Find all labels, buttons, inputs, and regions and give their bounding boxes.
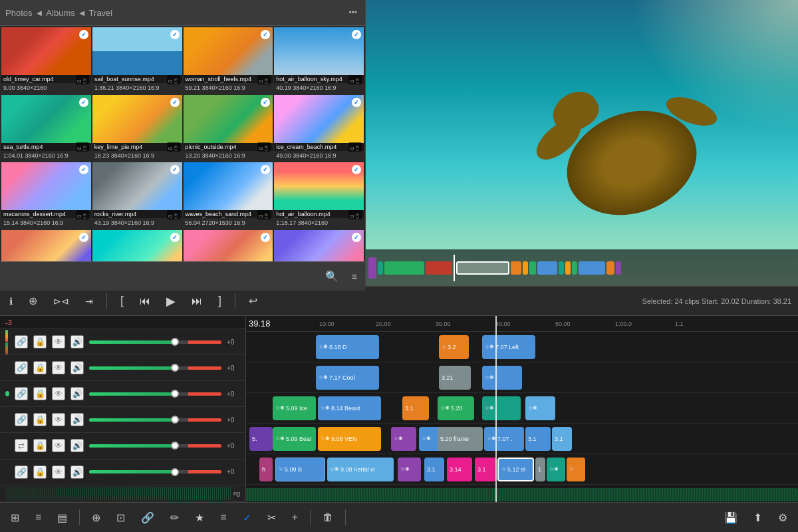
arrange-button[interactable]: ≡	[216, 509, 230, 526]
tl-clip[interactable]: ☆❋	[482, 396, 521, 420]
undo-button[interactable]: ↩	[246, 292, 260, 310]
photo-item[interactable]: ▭📱 sand_dunes.mp4	[1, 230, 91, 261]
ts-clip[interactable]	[384, 261, 424, 275]
tl-clip[interactable]: 3.1	[424, 458, 444, 481]
photo-item[interactable]: ▭📱 woman_stroll_heels.mp4 59.21 3840×216…	[184, 27, 273, 94]
lock-icon[interactable]: 🔒	[33, 413, 47, 426]
tl-clip[interactable]: ☆❋	[525, 396, 555, 420]
nudge-button[interactable]: ⇥	[82, 293, 96, 309]
add-button[interactable]: +	[288, 509, 302, 526]
visibility-icon[interactable]: 👁	[52, 439, 65, 452]
audio-icon[interactable]: 🔊	[70, 466, 84, 479]
ts-clip[interactable]	[511, 261, 521, 275]
ts-clip[interactable]	[523, 261, 528, 275]
tl-clip[interactable]: ☆5.09 B	[275, 458, 325, 481]
lock-icon[interactable]: 🔒	[33, 361, 47, 374]
volume-bar[interactable]	[89, 418, 221, 422]
add-to-timeline-button[interactable]: ⊞	[7, 509, 23, 527]
tl-clip[interactable]: 3.1	[525, 427, 551, 451]
in-point-button[interactable]: [	[118, 291, 126, 311]
visibility-icon[interactable]: 👁	[52, 335, 65, 348]
audio-icon[interactable]: 🔊	[70, 361, 84, 374]
tl-clip[interactable]: ☆❋	[482, 366, 522, 390]
photo-item[interactable]: ▭📱 waves_beach_sand.mp4 56.04 2720×1530 …	[184, 162, 273, 229]
tl-clip-h[interactable]: h	[259, 458, 273, 481]
delete-button[interactable]: 🗑	[319, 509, 337, 526]
volume-bar[interactable]	[89, 392, 221, 396]
breadcrumb-albums[interactable]: Albums	[46, 8, 74, 18]
add-clip-button[interactable]: ⊕	[88, 509, 104, 527]
arrows-icon[interactable]: ⇄	[15, 439, 28, 452]
tl-clip[interactable]: ☆❋8.14 Beaut	[318, 396, 381, 420]
ts-clip[interactable]	[559, 261, 564, 275]
visibility-icon[interactable]: 👁	[52, 387, 65, 400]
check-button[interactable]: ✓	[239, 509, 255, 527]
visibility-icon[interactable]: 👁	[52, 361, 65, 374]
tl-clip[interactable]: ☆	[567, 458, 585, 481]
tl-clip[interactable]: ☆❋7.07 Left	[482, 335, 535, 359]
volume-knob[interactable]	[171, 338, 179, 346]
link-icon[interactable]: 🔗	[15, 387, 28, 400]
favorites-button[interactable]: ★	[191, 509, 208, 527]
breadcrumb-photos[interactable]: Photos	[5, 8, 32, 18]
ts-clip[interactable]	[426, 261, 452, 275]
tl-clip-bear[interactable]: ☆❋5.09 Bear	[273, 427, 316, 451]
lock-icon[interactable]: 🔒	[33, 387, 47, 400]
tl-clip[interactable]: ☆❋	[547, 458, 565, 481]
photo-item[interactable]: ▭📱 picnic_outside.mp4 13.20 3840×2160 16…	[184, 95, 273, 162]
add-marker-button[interactable]: ⊕	[26, 292, 40, 310]
photo-item[interactable]: ▭📱 hot_air_balloon_sky.mp4 40.19 3840×21…	[274, 27, 364, 94]
audio-icon[interactable]: 🔊	[70, 439, 84, 452]
tl-clip[interactable]: 3.1	[402, 396, 429, 420]
ts-clip[interactable]	[616, 261, 621, 275]
skip-forward-button[interactable]: ⏭	[189, 293, 205, 310]
ts-selection[interactable]	[456, 261, 509, 275]
tl-clip[interactable]: ☆❋6.18 D	[316, 335, 379, 359]
lock-icon[interactable]: 🔒	[33, 335, 47, 348]
lock-icon[interactable]: 🔒	[33, 439, 47, 452]
tl-clip[interactable]: 1	[535, 458, 545, 481]
tl-clip[interactable]: ☆❋	[391, 427, 416, 451]
tl-clip[interactable]: ☆❋5.09 Ice	[273, 396, 316, 420]
volume-knob[interactable]	[171, 468, 179, 476]
volume-knob[interactable]	[171, 442, 179, 450]
ts-clip[interactable]	[537, 261, 557, 275]
search-button[interactable]: 🔍	[323, 267, 341, 285]
settings-button[interactable]: ⚙	[774, 509, 791, 527]
photo-item[interactable]: ▭📱 macarons_dessert.mp4 15.14 3840×2160 …	[1, 162, 91, 229]
more-button[interactable]: •••	[346, 5, 360, 20]
link-icon[interactable]: 🔗	[15, 361, 28, 374]
tl-clip[interactable]: ☆❋7.17 Cool	[316, 366, 379, 390]
link-icon[interactable]: 🔗	[15, 413, 28, 426]
breadcrumb[interactable]: Photos ◄ Albums ◄ Travel	[5, 8, 112, 18]
tl-clip-aerial[interactable]: ☆❋9.08 Aerial vi	[327, 458, 394, 481]
ts-clip[interactable]	[572, 261, 577, 275]
info-button[interactable]: ℹ	[7, 293, 15, 309]
tl-clip[interactable]: ☆❋7.07 .	[484, 427, 524, 451]
photo-item[interactable]: ▭📱 sail_boat_sunrise.mp4 1:36.21 3840×21…	[92, 27, 182, 94]
insert-clip-button[interactable]: ⊡	[112, 509, 129, 527]
volume-knob[interactable]	[171, 364, 179, 372]
ts-clip[interactable]	[529, 261, 536, 275]
volume-bar[interactable]	[89, 444, 221, 448]
play-button[interactable]: ▶	[164, 291, 178, 311]
tl-clip[interactable]: 3.21	[439, 366, 471, 390]
photo-item[interactable]: ▭📱 ice_cream_beach.mp4 49.00 3840×2160 1…	[274, 95, 364, 162]
audio-icon[interactable]: 🔊	[70, 387, 84, 400]
visibility-icon[interactable]: 👁	[52, 413, 65, 426]
photo-item[interactable]: ▭📱 picnic_berries_hands...	[274, 230, 364, 261]
tl-clip-left-edge[interactable]: 5.	[249, 427, 273, 451]
edit-button[interactable]: ✏	[166, 509, 183, 527]
ts-clip[interactable]	[606, 261, 614, 275]
link-icon[interactable]: 🔗	[15, 335, 28, 348]
audio-icon[interactable]: 🔊	[70, 335, 84, 348]
list-view-button[interactable]: ≡	[31, 509, 45, 526]
out-point-button[interactable]: ]	[215, 291, 224, 311]
ts-clip[interactable]	[565, 261, 571, 275]
volume-bar[interactable]	[89, 470, 221, 473]
tl-clip-selected[interactable]: ☆5.12 ol	[497, 458, 534, 481]
photo-item[interactable]: ▭📱 key_lime_pie.mp4 18.23 3840×2160 16:9	[92, 95, 182, 162]
tl-clip-frame[interactable]: 5.20 frame	[438, 427, 483, 451]
photo-item[interactable]: ▭📱 sea_turtle.mp4 1:04.01 3840×2160 16:9	[1, 95, 91, 162]
tl-clip[interactable]: ☆❋	[398, 458, 421, 481]
